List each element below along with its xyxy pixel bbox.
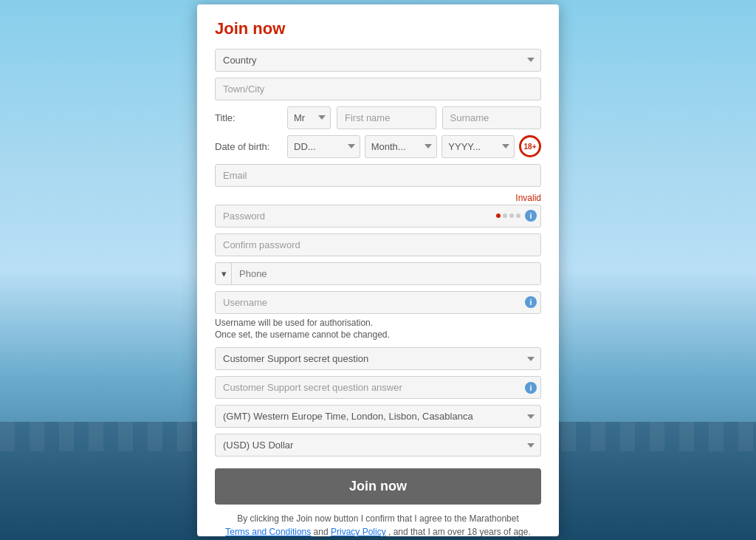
- phone-input[interactable]: [232, 263, 540, 284]
- username-info-icon[interactable]: i: [525, 296, 537, 308]
- phone-prefix[interactable]: ▾: [216, 263, 232, 284]
- phone-group: ▾: [215, 262, 541, 285]
- username-group: i Username will be used for authorisatio…: [215, 291, 541, 342]
- password-group: i: [215, 205, 541, 228]
- name-row: Title: Mr Mrs Miss Ms Dr: [215, 106, 541, 129]
- age-badge: 18+: [519, 135, 541, 157]
- country-select[interactable]: Country: [215, 49, 541, 72]
- dot-3: [509, 213, 514, 218]
- email-input[interactable]: [215, 164, 541, 187]
- currency-group: (USD) US Dollar: [215, 434, 541, 457]
- town-input[interactable]: [215, 78, 541, 100]
- terms-link[interactable]: Terms and Conditions: [225, 527, 311, 536]
- password-input[interactable]: [215, 205, 541, 228]
- dot-4: [516, 213, 520, 218]
- phone-wrapper: ▾: [215, 262, 541, 285]
- terms-text: By clicking the Join now button I confir…: [215, 512, 541, 536]
- confirm-password-group: [215, 233, 541, 256]
- currency-select[interactable]: (USD) US Dollar: [215, 434, 541, 457]
- username-wrapper: i: [215, 291, 541, 314]
- registration-form-container: Join now Country Title: Mr Mrs Miss Ms D…: [197, 4, 559, 536]
- password-strength: [496, 213, 520, 218]
- secret-question-group: Customer Support secret question: [215, 347, 541, 370]
- title-label: Title:: [215, 112, 281, 123]
- dob-year-select[interactable]: YYYY...: [441, 135, 515, 158]
- email-group: [215, 164, 541, 187]
- timezone-group: (GMT) Western Europe Time, London, Lisbo…: [215, 405, 541, 428]
- dot-1: [496, 213, 501, 218]
- username-info: Username will be used for authorisation.…: [215, 317, 541, 342]
- timezone-select[interactable]: (GMT) Western Europe Time, London, Lisbo…: [215, 405, 541, 428]
- secret-answer-wrapper: i: [215, 376, 541, 399]
- dob-day-select[interactable]: DD...: [287, 135, 360, 158]
- invalid-label: Invalid: [215, 193, 541, 203]
- join-now-button[interactable]: Join now: [215, 468, 541, 505]
- phone-flag: ▾: [221, 268, 227, 279]
- dob-row: Date of birth: DD... Month... YYYY... 18…: [215, 135, 541, 158]
- town-group: [215, 78, 541, 100]
- terms-and: and: [314, 527, 329, 536]
- dob-month-select[interactable]: Month...: [365, 135, 438, 158]
- dot-2: [503, 213, 507, 218]
- secret-answer-input[interactable]: [215, 376, 541, 399]
- country-group: Country: [215, 49, 541, 72]
- dob-group: DD... Month... YYYY... 18+: [287, 135, 541, 158]
- privacy-link[interactable]: Privacy Policy: [331, 527, 386, 536]
- firstname-input[interactable]: [337, 106, 436, 129]
- confirm-password-input[interactable]: [215, 233, 541, 256]
- title-select[interactable]: Mr Mrs Miss Ms Dr: [287, 106, 331, 129]
- username-input[interactable]: [215, 291, 541, 314]
- secret-question-select[interactable]: Customer Support secret question: [215, 347, 541, 370]
- secret-answer-group: i: [215, 376, 541, 399]
- password-info-icon[interactable]: i: [525, 210, 537, 222]
- password-wrapper: i: [215, 205, 541, 228]
- form-title: Join now: [215, 19, 541, 38]
- dob-label: Date of birth:: [215, 141, 281, 152]
- secret-answer-info-icon[interactable]: i: [525, 382, 537, 394]
- surname-input[interactable]: [442, 106, 542, 129]
